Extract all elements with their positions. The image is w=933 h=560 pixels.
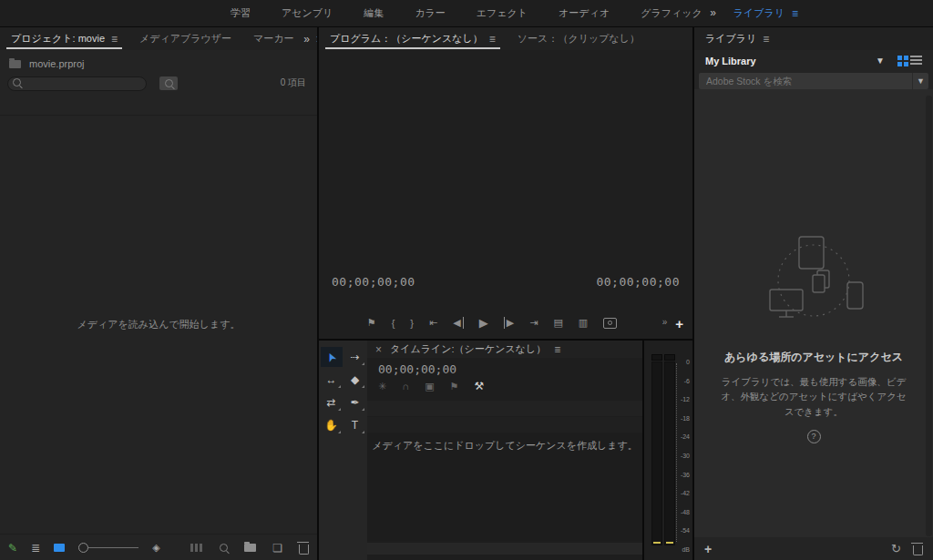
project-writable-icon: ✎ <box>8 542 17 555</box>
workspace-menu-icon[interactable]: ≡ <box>792 7 798 20</box>
tab-program-monitor[interactable]: プログラム：（シーケンスなし） ≡ <box>319 27 507 50</box>
step-forward-icon[interactable]: ▶ <box>504 317 514 329</box>
timeline-horizontal-scrollbar[interactable] <box>367 543 642 555</box>
timeline-drop-message: メディアをここにドロップしてシーケンスを作成します。 <box>367 439 642 453</box>
snap-toggle-icon[interactable]: ∩ <box>402 381 409 392</box>
libraries-panel: ライブラリ ≡ My Library ▼ ▼ <box>694 27 933 560</box>
tab-libraries[interactable]: ライブラリ ≡ <box>694 27 780 50</box>
timeline-settings-wrench-icon[interactable]: ⚒ <box>474 380 484 392</box>
more-controls-icon[interactable]: » <box>662 317 668 327</box>
close-panel-icon[interactable]: × <box>375 343 382 356</box>
new-bin-button[interactable] <box>244 544 256 552</box>
program-monitor-panel: プログラム：（シーケンスなし） ≡ ソース：（クリップなし） 00;00;00;… <box>319 27 692 339</box>
list-view-button[interactable] <box>910 56 922 57</box>
project-panel: プロジェクト: movie ≡ メディアブラウザー マーカー オーディオ » m… <box>0 27 317 560</box>
go-to-in-icon[interactable]: ⇤ <box>429 317 437 329</box>
timeline-tabbar: × タイムライン:（シーケンスなし） ≡ <box>367 341 642 358</box>
library-select-dropdown[interactable]: My Library <box>705 56 756 66</box>
panel-menu-icon[interactable]: ≡ <box>489 33 496 46</box>
transport-controls: ⚑ { } ⇤ ◀ ▶ ▶ ⇥ ▤ ▥ <box>346 316 638 330</box>
insert-nest-toggle-icon[interactable]: ✳ <box>378 381 386 392</box>
tab-source-monitor[interactable]: ソース：（クリップなし） <box>507 27 651 50</box>
selection-tool[interactable]: ➤ <box>321 347 343 367</box>
ripple-edit-tool[interactable]: ↔ <box>321 370 343 390</box>
search-icon <box>165 79 173 87</box>
workspace-tab-libraries[interactable]: ライブラリ ≡ <box>718 0 814 26</box>
grid-view-button[interactable] <box>897 56 902 60</box>
step-back-icon[interactable]: ◀ <box>453 317 463 329</box>
workspace-tab-effects[interactable]: エフェクト <box>461 0 543 26</box>
zoom-slider-track[interactable] <box>88 547 138 548</box>
duration-timecode[interactable]: 00;00;00;00 <box>596 275 680 289</box>
panel-menu-icon[interactable]: ≡ <box>111 33 118 46</box>
library-empty-title: あらゆる場所のアセットにアクセス <box>724 350 903 365</box>
library-tabbar: ライブラリ ≡ <box>694 27 933 50</box>
icon-view-button[interactable] <box>54 544 65 552</box>
panel-tab-overflow-icon[interactable]: » <box>298 33 310 46</box>
workspace-tabs: 学習 アセンブリ 編集 カラー エフェクト オーディオ グラフィック ライブラリ… <box>215 0 814 26</box>
help-icon[interactable]: ? <box>807 430 821 443</box>
adobe-stock-search-input[interactable] <box>699 76 912 87</box>
workspace-tab-editing[interactable]: 編集 <box>348 0 399 26</box>
linked-selection-toggle-icon[interactable]: ▣ <box>425 381 434 392</box>
search-scope-dropdown-icon[interactable]: ▼ <box>912 73 928 89</box>
timeline-drop-zone[interactable]: メディアをここにドロップしてシーケンスを作成します。 <box>367 401 642 541</box>
project-tabbar: プロジェクト: movie ≡ メディアブラウザー マーカー オーディオ » <box>0 27 317 50</box>
library-scrollbar[interactable] <box>926 96 932 536</box>
slip-tool[interactable]: ⇄ <box>321 392 343 412</box>
program-viewer-area[interactable] <box>319 50 692 269</box>
panel-menu-icon[interactable]: ≡ <box>554 343 560 356</box>
find-in-project-button[interactable] <box>159 76 178 90</box>
clear-trash-button[interactable] <box>299 545 309 555</box>
track-select-forward-tool[interactable]: ⇢ <box>344 347 366 367</box>
go-to-out-icon[interactable]: ⇥ <box>529 317 538 329</box>
type-tool[interactable]: T <box>344 415 366 435</box>
tab-markers[interactable]: マーカー <box>242 27 305 50</box>
find-button[interactable] <box>220 544 228 552</box>
workspace-tab-audio[interactable]: オーディオ <box>543 0 625 26</box>
timeline-toolbar: ✳ ∩ ▣ ⚑ ⚒ <box>378 379 642 393</box>
sort-order-button[interactable]: ◈ <box>152 542 159 554</box>
workspace-overflow-icon[interactable]: » <box>710 6 716 19</box>
play-icon[interactable]: ▶ <box>479 316 488 330</box>
tools-palette: ➤ ⇢ ↔ ◆ ⇄ ✒ ✋ T <box>319 341 367 560</box>
list-view-button[interactable]: ≣ <box>31 542 40 555</box>
add-library-item-icon[interactable]: + <box>704 542 712 556</box>
workspace-tab-assembly[interactable]: アセンブリ <box>266 0 348 26</box>
library-empty-description: ライブラリでは、最も使用する画像、ビデオ、外観などのアセットにすばやくアクセスで… <box>716 374 911 419</box>
hand-tool[interactable]: ✋ <box>321 415 343 435</box>
new-item-button[interactable]: ❏ <box>272 542 282 555</box>
extract-icon[interactable]: ▥ <box>579 317 588 329</box>
panel-menu-icon[interactable]: ≡ <box>763 33 769 46</box>
tab-project[interactable]: プロジェクト: movie ≡ <box>0 27 128 50</box>
workspace-tab-color[interactable]: カラー <box>399 0 461 26</box>
tab-timeline[interactable]: タイムライン:（シーケンスなし） <box>390 342 546 356</box>
project-file-name: movie.prproj <box>29 58 85 69</box>
workspace-tab-graphics[interactable]: グラフィック <box>625 0 718 26</box>
mark-out-icon[interactable]: } <box>410 318 414 329</box>
button-editor-plus-icon[interactable]: + <box>675 316 683 331</box>
playhead-timecode[interactable]: 00;00;00;00 <box>332 275 415 289</box>
workspace-tab-learning[interactable]: 学習 <box>215 0 266 26</box>
mark-in-icon[interactable]: { <box>392 318 395 329</box>
cc-sync-icon[interactable]: ↻ <box>891 542 901 555</box>
lift-icon[interactable]: ▤ <box>553 317 562 329</box>
zoom-slider[interactable] <box>78 543 138 553</box>
export-frame-icon[interactable] <box>603 318 617 329</box>
library-empty-state: あらゆる場所のアセットにアクセス ライブラリでは、最も使用する画像、ビデオ、外観… <box>694 95 933 537</box>
razor-tool[interactable]: ◆ <box>344 370 366 390</box>
project-bin-empty-area[interactable]: メディアを読み込んで開始します。 <box>0 115 317 535</box>
project-search-input[interactable] <box>7 76 147 91</box>
library-bottom-toolbar: + ↻ <box>694 537 933 560</box>
add-marker-icon[interactable]: ⚑ <box>450 381 459 392</box>
chevron-down-icon[interactable]: ▼ <box>876 56 897 66</box>
delete-library-item-icon[interactable] <box>913 545 923 555</box>
timeline-timecode[interactable]: 00;00;00;00 <box>378 362 642 376</box>
devices-illustration <box>745 231 882 333</box>
automate-to-sequence-button[interactable] <box>190 544 203 552</box>
add-marker-icon[interactable]: ⚑ <box>367 317 376 329</box>
tab-media-browser[interactable]: メディアブラウザー <box>128 27 242 50</box>
pen-tool[interactable]: ✒ <box>344 392 366 412</box>
zoom-slider-knob[interactable] <box>78 543 88 553</box>
clip-indicator-left <box>651 354 662 361</box>
